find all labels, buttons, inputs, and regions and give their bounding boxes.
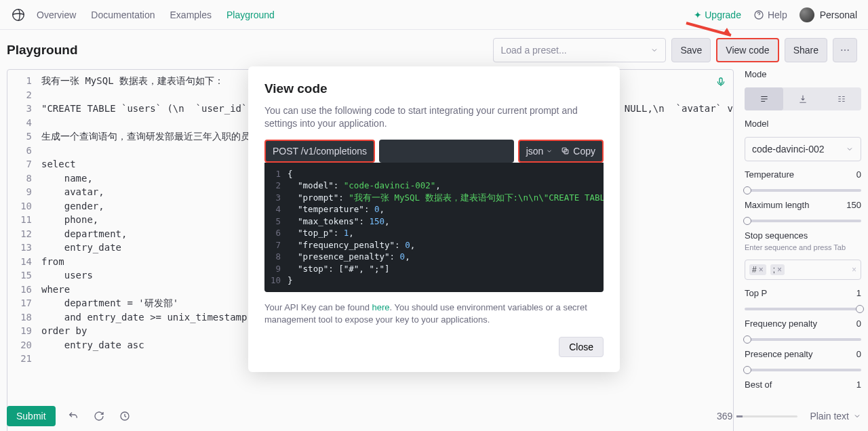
api-key-link[interactable]: here	[372, 302, 390, 312]
modal-backdrop: View code You can use the following code…	[0, 0, 868, 431]
modal-title: View code	[264, 81, 604, 96]
code-header: POST /v1/completions json Copy	[264, 140, 604, 163]
copy-button[interactable]: Copy	[561, 146, 595, 157]
endpoint-label: POST /v1/completions	[264, 140, 375, 163]
chevron-down-icon	[546, 148, 553, 155]
modal-description: You can use the following code to start …	[264, 104, 604, 130]
copy-icon	[561, 146, 570, 155]
modal-note: Your API Key can be found here. You shou…	[264, 302, 604, 326]
language-select[interactable]: json	[526, 146, 553, 157]
close-button[interactable]: Close	[559, 337, 604, 357]
view-code-modal: View code You can use the following code…	[248, 66, 620, 372]
code-body: 12345678910 { "model": "code-davinci-002…	[264, 163, 604, 292]
